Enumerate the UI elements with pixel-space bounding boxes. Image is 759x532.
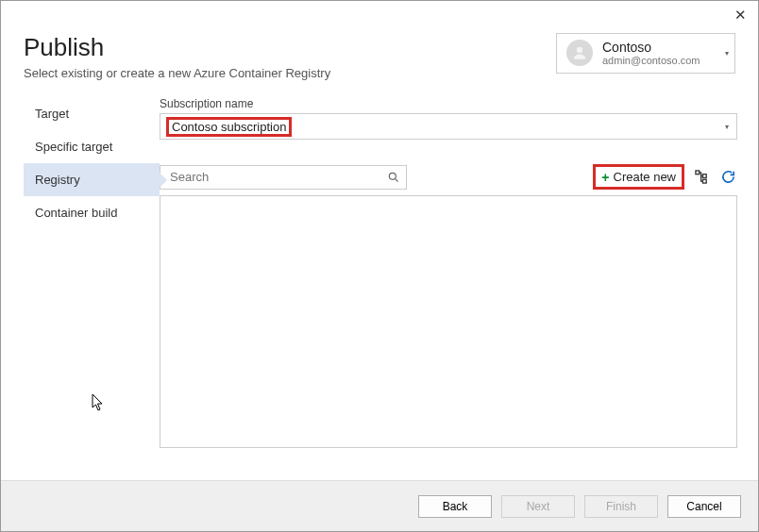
page-subtitle: Select existing or create a new Azure Co… <box>24 66 330 80</box>
svg-point-1 <box>389 173 396 179</box>
sidebar-item-target[interactable]: Target <box>24 97 160 130</box>
chevron-down-icon: ▾ <box>725 49 729 58</box>
sidebar-item-label: Specific target <box>35 140 112 154</box>
sidebar-item-container-build[interactable]: Container build <box>24 196 160 229</box>
sidebar-item-label: Registry <box>35 173 80 187</box>
registry-list[interactable] <box>160 195 737 448</box>
sidebar-item-label: Target <box>35 107 69 121</box>
subscription-value: Contoso subscription <box>168 119 290 135</box>
refresh-icon[interactable] <box>718 168 737 187</box>
wizard-footer: Back Next Finish Cancel <box>1 480 758 531</box>
next-button: Next <box>501 495 575 518</box>
account-email: admin@contoso.com <box>602 55 700 67</box>
svg-rect-4 <box>702 175 706 178</box>
create-new-label: Create new <box>614 170 676 184</box>
account-picker[interactable]: Contoso admin@contoso.com ▾ <box>556 33 735 74</box>
back-button[interactable]: Back <box>418 495 492 518</box>
subscription-select[interactable]: Contoso subscription ▾ <box>160 113 737 140</box>
svg-point-0 <box>577 47 582 53</box>
search-icon <box>387 171 400 184</box>
avatar-icon <box>566 40 593 66</box>
close-icon[interactable]: ✕ <box>734 7 747 24</box>
sidebar-item-label: Container build <box>35 206 117 220</box>
svg-rect-3 <box>695 171 699 175</box>
svg-rect-5 <box>702 179 706 183</box>
create-new-button[interactable]: + Create new <box>593 164 684 190</box>
plus-icon: + <box>601 171 609 184</box>
subscription-label: Subscription name <box>160 97 737 110</box>
finish-button: Finish <box>584 495 658 518</box>
page-title: Publish <box>24 33 330 62</box>
sidebar-item-registry[interactable]: Registry <box>24 163 160 196</box>
search-field[interactable] <box>168 169 387 185</box>
svg-line-2 <box>396 178 398 181</box>
search-input[interactable] <box>160 165 407 190</box>
account-name: Contoso <box>602 40 700 55</box>
sidebar-item-specific-target[interactable]: Specific target <box>24 130 160 163</box>
tree-view-icon[interactable] <box>692 168 711 187</box>
cancel-button[interactable]: Cancel <box>667 495 741 518</box>
wizard-sidebar: Target Specific target Registry Containe… <box>1 97 160 448</box>
chevron-down-icon: ▾ <box>725 123 729 131</box>
